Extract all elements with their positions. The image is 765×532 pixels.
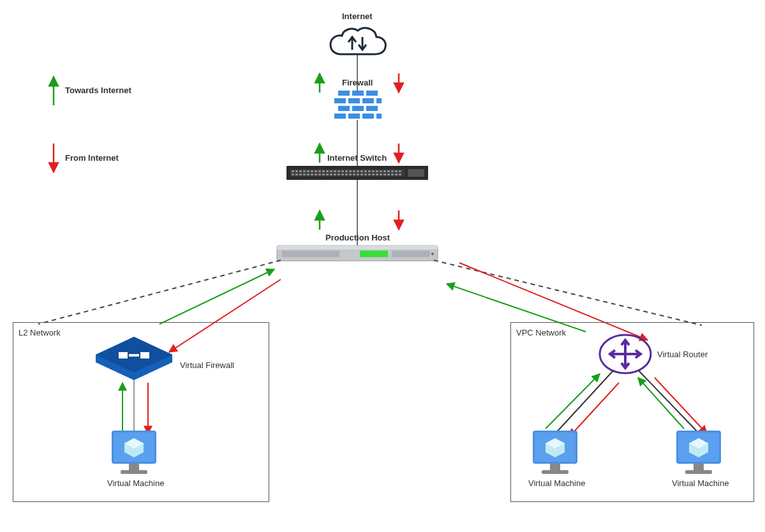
internet-switch-label: Internet Switch [327, 153, 387, 163]
svg-rect-78 [277, 246, 438, 249]
svg-rect-81 [392, 251, 430, 257]
svg-rect-79 [282, 251, 339, 257]
production-host-label: Production Host [325, 233, 390, 242]
svg-point-82 [431, 253, 434, 255]
svg-rect-60 [341, 174, 344, 175]
svg-rect-29 [334, 170, 336, 172]
svg-rect-43 [387, 170, 390, 172]
svg-rect-75 [399, 174, 401, 175]
svg-rect-12 [334, 114, 346, 119]
svg-rect-33 [349, 170, 352, 172]
production-host-icon [277, 246, 438, 261]
legend-towards-label: Towards Internet [65, 85, 131, 95]
svg-rect-13 [348, 114, 360, 119]
svg-rect-52 [311, 174, 313, 175]
arrow-up-l2 [160, 269, 274, 324]
svg-rect-11 [366, 106, 378, 111]
svg-rect-8 [376, 98, 382, 103]
svg-rect-56 [326, 174, 329, 175]
svg-rect-71 [383, 174, 386, 175]
svg-rect-28 [330, 170, 332, 172]
svg-rect-10 [352, 106, 364, 111]
vm-label-l2: Virtual Machine [107, 478, 164, 488]
svg-rect-26 [322, 170, 325, 172]
svg-rect-47 [292, 174, 294, 175]
svg-rect-9 [338, 106, 350, 111]
svg-rect-63 [353, 174, 355, 175]
internet-switch-icon [286, 166, 428, 180]
svg-rect-27 [326, 170, 329, 172]
svg-rect-39 [372, 170, 375, 172]
svg-rect-2 [338, 91, 350, 96]
svg-rect-51 [307, 174, 309, 175]
svg-rect-54 [318, 174, 321, 175]
svg-rect-59 [338, 174, 340, 175]
l2-network-title: L2 Network [19, 328, 61, 337]
vpc-network-title: VPC Network [516, 328, 566, 337]
firewall-icon [334, 91, 382, 119]
svg-rect-66 [364, 174, 367, 175]
svg-rect-49 [299, 174, 302, 175]
svg-rect-73 [391, 174, 394, 175]
svg-rect-44 [391, 170, 394, 172]
svg-rect-65 [360, 174, 363, 175]
svg-rect-68 [372, 174, 375, 175]
svg-rect-42 [383, 170, 386, 172]
svg-rect-22 [307, 170, 309, 172]
svg-rect-36 [360, 170, 363, 172]
svg-rect-50 [303, 174, 306, 175]
svg-rect-41 [380, 170, 382, 172]
svg-rect-14 [362, 114, 374, 119]
conn-host-vpc [434, 260, 702, 325]
svg-rect-70 [380, 174, 382, 175]
svg-rect-57 [330, 174, 332, 175]
vm-label-vpc-left: Virtual Machine [528, 478, 585, 488]
svg-rect-30 [338, 170, 340, 172]
svg-rect-5 [334, 98, 346, 103]
svg-rect-80 [360, 251, 388, 257]
svg-rect-76 [408, 169, 424, 177]
vm-label-vpc-right: Virtual Machine [672, 478, 729, 488]
svg-rect-18 [292, 170, 294, 172]
svg-rect-15 [376, 114, 382, 119]
svg-rect-23 [311, 170, 313, 172]
svg-rect-32 [345, 170, 348, 172]
svg-rect-55 [322, 174, 325, 175]
svg-rect-37 [364, 170, 367, 172]
firewall-label: Firewall [342, 78, 373, 87]
svg-rect-40 [376, 170, 378, 172]
svg-rect-48 [295, 174, 298, 175]
svg-rect-72 [387, 174, 390, 175]
svg-rect-46 [399, 170, 401, 172]
legend-from-label: From Internet [65, 153, 119, 163]
svg-rect-77 [277, 246, 438, 261]
internet-label: Internet [342, 11, 373, 21]
svg-rect-34 [353, 170, 355, 172]
svg-rect-35 [357, 170, 359, 172]
svg-rect-16 [286, 166, 428, 180]
svg-rect-17 [290, 169, 405, 177]
svg-rect-3 [352, 91, 364, 96]
internet-cloud-icon [331, 28, 385, 54]
virtual-router-label: Virtual Router [657, 350, 708, 359]
conn-host-l2 [38, 260, 281, 324]
svg-rect-20 [299, 170, 302, 172]
svg-rect-45 [395, 170, 397, 172]
virtual-firewall-label: Virtual Firewall [180, 360, 234, 370]
svg-rect-74 [395, 174, 397, 175]
svg-rect-61 [345, 174, 348, 175]
svg-rect-31 [341, 170, 344, 172]
svg-rect-25 [318, 170, 321, 172]
l2-network-box: L2 Network [13, 322, 269, 502]
svg-rect-19 [295, 170, 298, 172]
svg-rect-38 [368, 170, 371, 172]
svg-rect-62 [349, 174, 352, 175]
svg-rect-21 [303, 170, 306, 172]
vpc-network-box: VPC Network [510, 322, 754, 502]
svg-rect-67 [368, 174, 371, 175]
svg-rect-7 [362, 98, 374, 103]
svg-rect-69 [376, 174, 378, 175]
svg-rect-24 [315, 170, 317, 172]
svg-rect-4 [366, 91, 378, 96]
svg-rect-64 [357, 174, 359, 175]
